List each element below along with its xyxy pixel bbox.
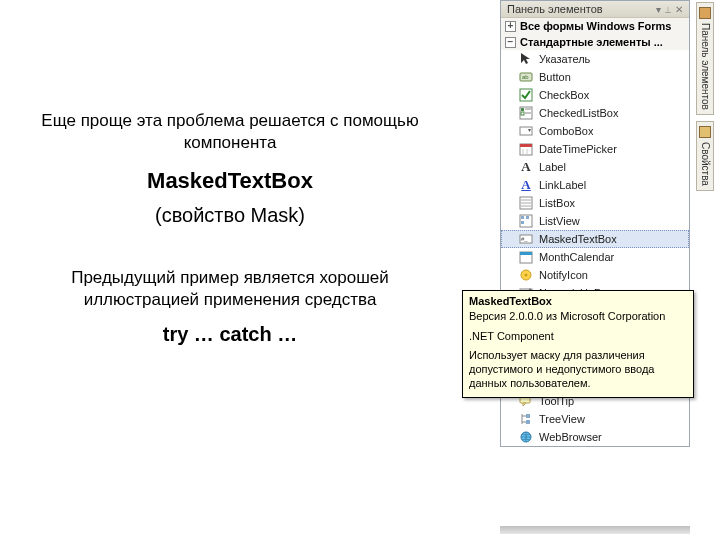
listview-icon xyxy=(519,214,533,228)
svg-rect-24 xyxy=(520,252,532,255)
toolbox-item-label: ListBox xyxy=(539,197,575,209)
group-standard[interactable]: − Стандартные элементы ... xyxy=(501,34,689,50)
toolbox-item-label: ComboBox xyxy=(539,125,593,137)
tree-icon xyxy=(519,412,533,426)
toolbox-item-label: CheckedListBox xyxy=(539,107,619,119)
web-icon xyxy=(519,430,533,444)
svg-rect-8 xyxy=(520,127,532,135)
side-tab-toolbox[interactable]: Панель элементов xyxy=(696,2,714,115)
toolbox-item-date[interactable]: DateTimePicker xyxy=(501,140,689,158)
svg-rect-6 xyxy=(521,112,524,115)
svg-rect-20 xyxy=(521,221,524,224)
toolbox-item-label: DateTimePicker xyxy=(539,143,617,155)
tooltip: MaskedTextBox Версия 2.0.0.0 из Microsof… xyxy=(462,290,694,398)
svg-rect-46 xyxy=(526,420,530,424)
toolbox-item-label: Label xyxy=(539,161,566,173)
side-tab-toolbox-label: Панель элементов xyxy=(700,23,711,110)
toolbox-item-label: Button xyxy=(539,71,571,83)
toolbox-item-masked[interactable]: #_MaskedTextBox xyxy=(501,230,689,248)
svg-text:#_: #_ xyxy=(521,236,528,242)
linklabel-icon: A xyxy=(519,178,533,192)
pin-icon[interactable]: ⟂ xyxy=(665,4,671,15)
toolbox-item-label: LinkLabel xyxy=(539,179,586,191)
date-icon xyxy=(519,142,533,156)
expand-icon[interactable]: + xyxy=(505,21,516,32)
tooltip-desc: Использует маску для различения допустим… xyxy=(469,349,687,390)
side-tabs: Панель элементов Свойства xyxy=(696,2,720,197)
toolbox-item-web[interactable]: WebBrowser xyxy=(501,428,689,446)
toolbox-item-label[interactable]: ALabel xyxy=(501,158,689,176)
svg-rect-44 xyxy=(526,414,530,418)
toolbox-item-checkbox[interactable]: CheckBox xyxy=(501,86,689,104)
combo-icon xyxy=(519,124,533,138)
toolbox-item-label: Указатель xyxy=(539,53,590,65)
tooltip-kind: .NET Component xyxy=(469,330,687,344)
tooltip-version: Версия 2.0.0.0 из Microsoft Corporation xyxy=(469,310,687,324)
month-icon xyxy=(519,250,533,264)
toolbox-tab-icon xyxy=(699,7,711,19)
toolbox-item-combo[interactable]: ComboBox xyxy=(501,122,689,140)
toolbox-title-text: Панель элементов xyxy=(507,3,603,15)
properties-tab-icon xyxy=(699,126,711,138)
dropdown-icon[interactable]: ▾ xyxy=(656,4,661,15)
collapse-icon[interactable]: − xyxy=(505,37,516,48)
toolbox-controls: ▾ ⟂ ✕ xyxy=(656,4,683,15)
svg-text:ab: ab xyxy=(522,74,529,80)
group-all-label: Все формы Windows Forms xyxy=(520,20,671,32)
toolbox-item-tree[interactable]: TreeView xyxy=(501,410,689,428)
masked-icon: #_ xyxy=(519,232,533,246)
svg-rect-4 xyxy=(521,108,524,111)
listbox-icon xyxy=(519,196,533,210)
toolbox-item-label: MaskedTextBox xyxy=(539,233,617,245)
shadow-bar xyxy=(500,526,690,534)
close-icon[interactable]: ✕ xyxy=(675,4,683,15)
tooltip-title: MaskedTextBox xyxy=(469,295,687,309)
button-icon: ab xyxy=(519,70,533,84)
group-std-label: Стандартные элементы ... xyxy=(520,36,663,48)
toolbox-item-label: ListView xyxy=(539,215,580,227)
svg-rect-10 xyxy=(520,144,532,147)
toolbox-item-label: WebBrowser xyxy=(539,431,602,443)
side-tab-properties[interactable]: Свойства xyxy=(696,121,714,191)
toolbox-item-button[interactable]: abButton xyxy=(501,68,689,86)
toolbox-item-label: NotifyIcon xyxy=(539,269,588,281)
slide-trycatch: try … catch … xyxy=(20,323,440,346)
side-tab-properties-label: Свойства xyxy=(700,142,711,186)
slide-component: MaskedTextBox xyxy=(20,168,440,194)
checkbox-icon xyxy=(519,88,533,102)
slide-line2: Предыдущий пример является хорошей иллюс… xyxy=(20,267,440,311)
svg-point-26 xyxy=(525,274,528,277)
toolbox-item-label: CheckBox xyxy=(539,89,589,101)
notify-icon xyxy=(519,268,533,282)
label-icon: A xyxy=(519,160,533,174)
slide-text: Еще проще эта проблема решается с помощь… xyxy=(20,110,440,346)
slide-property: (свойство Mask) xyxy=(20,204,440,227)
toolbox-titlebar[interactable]: Панель элементов ▾ ⟂ ✕ xyxy=(501,1,689,18)
toolbox-item-month[interactable]: MonthCalendar xyxy=(501,248,689,266)
toolbox-item-notify[interactable]: NotifyIcon xyxy=(501,266,689,284)
svg-rect-19 xyxy=(526,216,529,219)
svg-rect-18 xyxy=(521,216,524,219)
group-all-forms[interactable]: + Все формы Windows Forms xyxy=(501,18,689,34)
toolbox-item-linklabel[interactable]: ALinkLabel xyxy=(501,176,689,194)
slide-line1: Еще проще эта проблема решается с помощь… xyxy=(20,110,440,154)
toolbox-item-listbox[interactable]: ListBox xyxy=(501,194,689,212)
toolbox-item-label: MonthCalendar xyxy=(539,251,614,263)
checkedlist-icon xyxy=(519,106,533,120)
toolbox-item-pointer[interactable]: Указатель xyxy=(501,50,689,68)
toolbox-item-checkedlist[interactable]: CheckedListBox xyxy=(501,104,689,122)
toolbox-item-listview[interactable]: ListView xyxy=(501,212,689,230)
pointer-icon xyxy=(519,52,533,66)
toolbox-item-label: TreeView xyxy=(539,413,585,425)
